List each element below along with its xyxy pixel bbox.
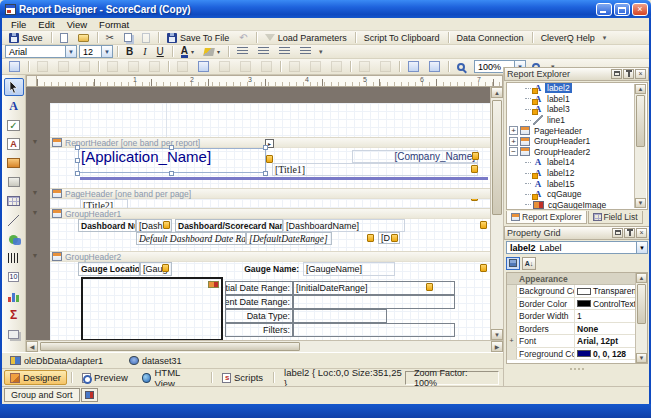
property-grid-scrollbar[interactable]: ▲ ▼ — [635, 273, 647, 363]
checkbox-tool[interactable]: ✓ — [4, 116, 24, 134]
resize-handle[interactable] — [169, 145, 174, 150]
chart-tool[interactable] — [4, 287, 24, 305]
tab-designer[interactable]: Designer — [4, 370, 67, 385]
close-button[interactable]: × — [632, 3, 648, 16]
smart-tag-icon[interactable] — [391, 234, 398, 242]
highlight-button[interactable]: ▾ — [200, 45, 224, 58]
collapse-band-arrow[interactable]: ▼ — [30, 138, 40, 145]
tree-item-line1[interactable]: line1 — [507, 115, 647, 126]
smart-tag-icon[interactable] — [266, 155, 273, 163]
expand-icon[interactable]: + — [509, 137, 518, 146]
property-row-foreground-color[interactable]: Foreground Colo 0, 0, 128 — [507, 348, 647, 361]
property-row-border-width[interactable]: Border Width 1 — [507, 310, 647, 323]
bold-button[interactable]: B — [122, 45, 137, 58]
tree-item-groupheader2[interactable]: −GroupHeader2 — [507, 147, 647, 158]
component-dataset31[interactable]: dataset31 — [129, 356, 182, 366]
vert-spacing-button[interactable] — [306, 60, 325, 73]
property-row-border-color[interactable]: Border Color ControlText — [507, 298, 647, 311]
tab-group-and-sort[interactable]: Group and Sort — [4, 388, 80, 402]
smart-tag-icon[interactable] — [471, 165, 478, 173]
smart-tag-icon[interactable] — [163, 221, 170, 229]
gauge-image-box[interactable] — [81, 277, 223, 340]
label-tool[interactable]: A — [4, 97, 24, 115]
resize-handle[interactable] — [75, 145, 80, 150]
pin-panel-button[interactable] — [624, 228, 635, 238]
label-filters[interactable]: Filters: — [225, 323, 293, 337]
label-data-type[interactable]: Data Type: — [225, 309, 293, 323]
label-initial-date-range[interactable]: Initial Date Range: — [225, 281, 293, 295]
scrollbar-thumb[interactable] — [492, 100, 502, 215]
load-parameters-button[interactable]: Load Parameters — [261, 31, 351, 44]
new-button[interactable] — [56, 31, 72, 44]
same-height-button[interactable] — [236, 60, 255, 73]
line-tool[interactable] — [4, 211, 24, 229]
barcode-tool[interactable] — [4, 249, 24, 267]
float-panel-button[interactable] — [612, 228, 623, 238]
tree-item-groupheader1[interactable]: +GroupHeader1 — [507, 136, 647, 147]
close-panel-button[interactable]: × — [636, 228, 647, 238]
label-current-date-range[interactable]: Current Date Range: — [225, 295, 293, 309]
tree-item-pageheader[interactable]: +PageHeader — [507, 125, 647, 136]
chevron-down-icon[interactable]: ▼ — [101, 46, 112, 57]
collapse-icon[interactable]: − — [509, 147, 518, 156]
zoom-out-button[interactable] — [453, 60, 472, 73]
scroll-up-button[interactable]: ▲ — [636, 273, 647, 283]
scroll-down-button[interactable]: ▼ — [491, 329, 503, 340]
resize-handle[interactable] — [169, 171, 174, 176]
collapse-band-arrow[interactable]: ▼ — [30, 209, 40, 216]
label-default-date-range[interactable]: Default Dashboard Date Range: — [136, 232, 246, 245]
paste-button[interactable] — [138, 31, 154, 44]
align-right-button[interactable] — [275, 45, 294, 58]
design-canvas[interactable]: ▼ ▼ ▼ ▼ ReportHeader [one band per repor… — [26, 87, 503, 340]
tree-item-cqgauge[interactable]: AcqGauge — [507, 189, 647, 200]
font-color-button[interactable]: A▾ — [177, 45, 198, 58]
scroll-down-button[interactable]: ▼ — [635, 198, 646, 208]
cut-button[interactable]: ✂ — [102, 31, 118, 44]
save-button[interactable]: Save — [5, 31, 47, 44]
pointer-tool[interactable] — [4, 78, 24, 96]
float-panel-button[interactable] — [611, 69, 622, 79]
toolbar-overflow-icon[interactable]: ▾ — [317, 48, 325, 56]
smart-tag-icon[interactable] — [162, 264, 169, 272]
property-row-background-color[interactable]: Background Colo Transparent — [507, 285, 647, 298]
panel-tool[interactable] — [4, 173, 24, 191]
horz-spacing-button[interactable] — [285, 60, 304, 73]
field-current-date-range[interactable] — [293, 295, 455, 309]
align-centers-button[interactable] — [54, 60, 73, 73]
tab-scripts[interactable]: Scripts — [216, 370, 269, 385]
menu-file[interactable]: File — [6, 19, 31, 30]
scrollbar-thumb[interactable] — [637, 284, 646, 324]
chevron-down-icon[interactable]: ▼ — [636, 242, 647, 253]
align-justify-button[interactable] — [296, 45, 315, 58]
open-button[interactable] — [74, 31, 93, 44]
table-tool[interactable] — [4, 192, 24, 210]
send-to-back-button[interactable] — [425, 60, 444, 73]
resize-handle[interactable] — [75, 171, 80, 176]
tree-item-label1[interactable]: Alabel1 — [507, 94, 647, 105]
undo-button[interactable]: ↶ — [235, 31, 251, 44]
minimize-button[interactable] — [596, 3, 612, 16]
same-size-button[interactable] — [257, 60, 276, 73]
smart-tag-icon[interactable] — [480, 221, 487, 229]
tab-html-view[interactable]: HTML View — [136, 370, 207, 385]
subreport-tool[interactable] — [4, 325, 24, 343]
script-to-clipboard-button[interactable]: Script To Clipboard — [360, 31, 444, 44]
label-title1[interactable]: [Title1] — [272, 163, 478, 176]
scrollbar-thumb[interactable] — [40, 342, 300, 351]
copy-button[interactable] — [120, 31, 136, 44]
chevron-down-icon[interactable]: ▼ — [65, 46, 76, 57]
tree-item-cqgaugeimage[interactable]: cqGaugeImage — [507, 200, 647, 210]
label-dashboard-name[interactable]: Dashboard/Scorecard Name: — [175, 219, 283, 232]
tree-scrollbar[interactable]: ▲ ▼ — [634, 84, 646, 208]
shape-tool[interactable] — [4, 230, 24, 248]
tree-item-label14[interactable]: Alabel14 — [507, 157, 647, 168]
label-gauge-location[interactable]: Gauge Location: — [78, 262, 140, 276]
dock-tab-secondary[interactable] — [81, 388, 98, 402]
toolbar-overflow-icon[interactable]: ▾ — [601, 34, 609, 42]
label-gauge-name[interactable]: Gauge Name: — [210, 262, 302, 276]
tree-item-label2[interactable]: Alabel2 — [507, 83, 647, 94]
smart-tag-icon[interactable] — [472, 152, 479, 160]
center-vert-button[interactable] — [376, 60, 395, 73]
tree-item-label15[interactable]: Alabel15 — [507, 178, 647, 189]
tree-item-label12[interactable]: Alabel12 — [507, 168, 647, 179]
